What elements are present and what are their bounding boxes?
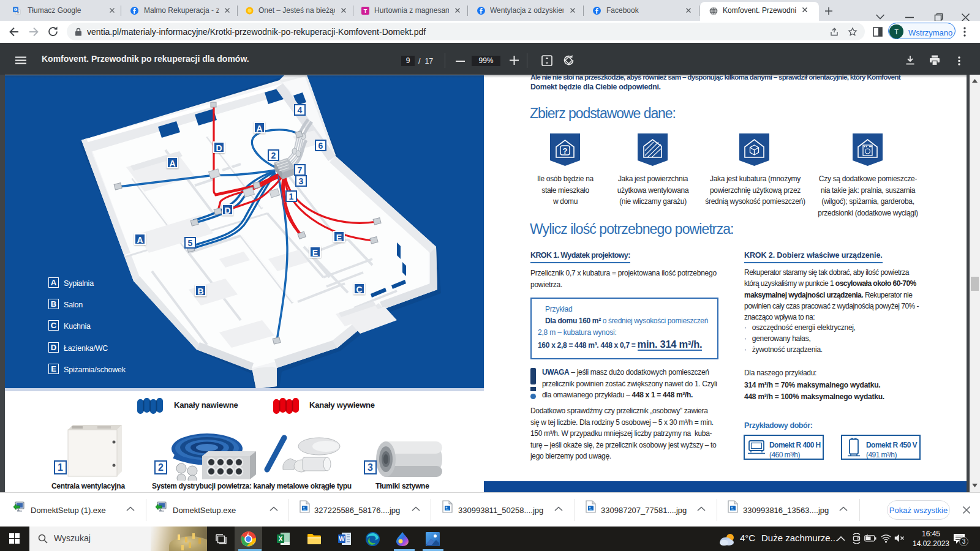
svg-text:X: X bbox=[279, 536, 283, 542]
svg-text:W: W bbox=[339, 536, 345, 542]
svg-text:?: ? bbox=[563, 146, 568, 156]
svg-text:T: T bbox=[364, 8, 368, 14]
svg-text:G: G bbox=[14, 7, 18, 12]
svg-text:T: T bbox=[894, 28, 899, 36]
